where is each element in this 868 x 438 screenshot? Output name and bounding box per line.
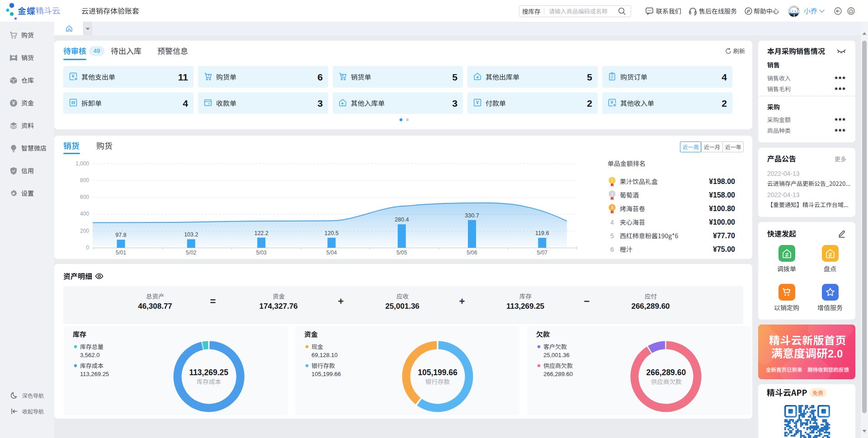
svg-text:3: 3 <box>611 205 613 210</box>
svg-text:1: 1 <box>611 178 613 183</box>
svg-text:2: 2 <box>611 192 613 196</box>
